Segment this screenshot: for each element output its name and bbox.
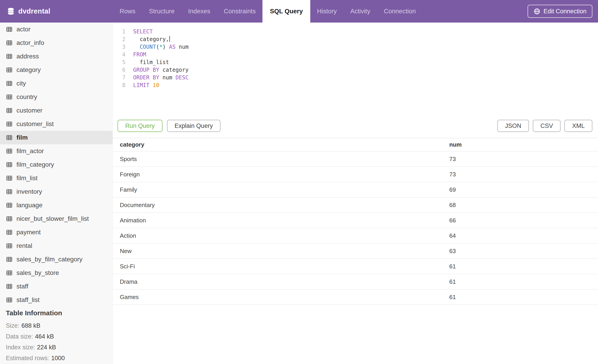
num-cell: 61 (449, 289, 598, 305)
table-icon (6, 269, 13, 276)
num-cell: 68 (449, 197, 598, 213)
sidebar-item-customer-list[interactable]: customer_list (0, 117, 113, 131)
sidebar-item-customer[interactable]: customer (0, 104, 113, 117)
sidebar-item-country[interactable]: country (0, 90, 113, 104)
database-icon (7, 7, 15, 15)
info-value: 1000 (51, 355, 65, 362)
tab-history[interactable]: History (310, 0, 343, 23)
line-number: 3 (113, 43, 125, 51)
table-icon (6, 53, 13, 60)
code-text: GROUP BY category (133, 66, 189, 74)
result-row-family: Family69 (113, 182, 598, 197)
tab-connection[interactable]: Connection (377, 0, 423, 23)
tab-activity[interactable]: Activity (343, 0, 377, 23)
sidebar-item-film-category[interactable]: film_category (0, 158, 113, 171)
table-name-label: address (17, 53, 39, 60)
tab-rows[interactable]: Rows (113, 0, 142, 23)
table-name-label: payment (17, 229, 41, 236)
table-name-label: sales_by_film_category (17, 256, 83, 263)
num-cell: 63 (449, 243, 598, 259)
table-info-size-: Size:688 kB (6, 320, 113, 331)
line-number: 6 (113, 66, 125, 74)
table-icon (6, 40, 13, 46)
xml-export-button[interactable]: XML (564, 120, 592, 132)
sidebar-item-sales-by-film-category[interactable]: sales_by_film_category (0, 253, 113, 266)
sql-editor[interactable]: 1SELECT2 category,3 COUNT(*) AS num4FROM… (113, 23, 598, 120)
num-cell: 64 (449, 228, 598, 243)
code-text: LIMIT 10 (133, 81, 159, 89)
sidebar-item-payment[interactable]: payment (0, 226, 113, 239)
app-title: dvdrental (18, 7, 50, 15)
table-name-label: nicer_but_slower_film_list (17, 215, 89, 222)
sidebar-item-film-actor[interactable]: film_actor (0, 144, 113, 158)
json-export-button[interactable]: JSON (497, 120, 529, 132)
code-text: ORDER BY num DESC (133, 74, 189, 81)
category-cell: New (113, 243, 449, 259)
table-information-heading: Table Information (6, 309, 113, 317)
sidebar-item-category[interactable]: category (0, 63, 113, 77)
text-caret (169, 36, 170, 42)
table-name-label: customer_list (17, 121, 54, 128)
code-text: SELECT (133, 28, 153, 35)
explain-query-button[interactable]: Explain Query (167, 120, 221, 132)
tab-structure[interactable]: Structure (142, 0, 182, 23)
sidebar-item-nicer-but-slower-film-list[interactable]: nicer_but_slower_film_list (0, 212, 113, 226)
table-icon (6, 134, 13, 141)
table-icon (6, 188, 13, 195)
table-name-label: staff_list (17, 296, 40, 304)
result-row-animation: Animation66 (113, 213, 598, 228)
sidebar-item-language[interactable]: language (0, 198, 113, 212)
sidebar-item-sales-by-store[interactable]: sales_by_store (0, 266, 113, 280)
sidebar-item-film-list[interactable]: film_list (0, 171, 113, 185)
table-name-label: rental (17, 242, 32, 250)
info-label: Size: (6, 322, 19, 329)
table-icon (6, 66, 13, 73)
top-nav: dvdrental RowsStructureIndexesConstraint… (0, 0, 598, 23)
sidebar-item-inventory[interactable]: inventory (0, 185, 113, 198)
table-icon (6, 26, 13, 33)
table-name-label: film_list (17, 175, 37, 182)
results-header-row: categorynum (113, 138, 598, 151)
editor-line: 5 film_list (113, 58, 598, 66)
sidebar-item-actor[interactable]: actor (0, 23, 113, 36)
result-row-sports: Sports73 (113, 151, 598, 167)
info-label: Data size: (6, 333, 33, 340)
code-text: FROM (133, 51, 146, 58)
run-query-button[interactable]: Run Query (117, 120, 162, 132)
main-content: 1SELECT2 category,3 COUNT(*) AS num4FROM… (113, 23, 598, 364)
editor-line: 2 category, (113, 35, 598, 43)
category-cell: Drama (113, 274, 449, 289)
result-row-action: Action64 (113, 228, 598, 243)
sidebar-item-rental[interactable]: rental (0, 239, 113, 253)
table-name-label: film (17, 134, 28, 141)
tab-constraints[interactable]: Constraints (217, 0, 263, 23)
line-number: 5 (113, 58, 125, 66)
category-cell: Action (113, 228, 449, 243)
nav-tabs: RowsStructureIndexesConstraintsSQL Query… (113, 0, 423, 23)
csv-export-button[interactable]: CSV (533, 120, 561, 132)
tab-indexes[interactable]: Indexes (182, 0, 217, 23)
num-cell: 61 (449, 274, 598, 289)
table-icon (6, 148, 13, 154)
table-info-index-size-: Index size:224 kB (6, 342, 113, 353)
sidebar-item-address[interactable]: address (0, 50, 113, 63)
sidebar-item-actor-info[interactable]: actor_info (0, 36, 113, 50)
table-icon (6, 297, 13, 303)
edit-connection-button[interactable]: Edit Connection (528, 5, 592, 18)
table-name-label: city (17, 80, 26, 87)
table-name-label: inventory (17, 188, 42, 195)
num-cell: 66 (449, 213, 598, 228)
results-table: categorynum Sports73Foreign73Family69Doc… (113, 138, 598, 305)
sidebar-item-film[interactable]: film (0, 131, 113, 144)
table-name-label: sales_by_store (17, 269, 59, 276)
line-number: 1 (113, 28, 125, 35)
tab-sql-query[interactable]: SQL Query (262, 0, 310, 23)
table-name-label: actor_info (17, 39, 44, 47)
sidebar-item-staff[interactable]: staff (0, 280, 113, 293)
table-icon (6, 161, 13, 168)
line-number: 4 (113, 51, 125, 58)
export-buttons: JSONCSVXML (497, 120, 592, 132)
sidebar-item-city[interactable]: city (0, 77, 113, 90)
sidebar-item-staff-list[interactable]: staff_list (0, 293, 113, 307)
table-name-label: language (17, 202, 42, 209)
